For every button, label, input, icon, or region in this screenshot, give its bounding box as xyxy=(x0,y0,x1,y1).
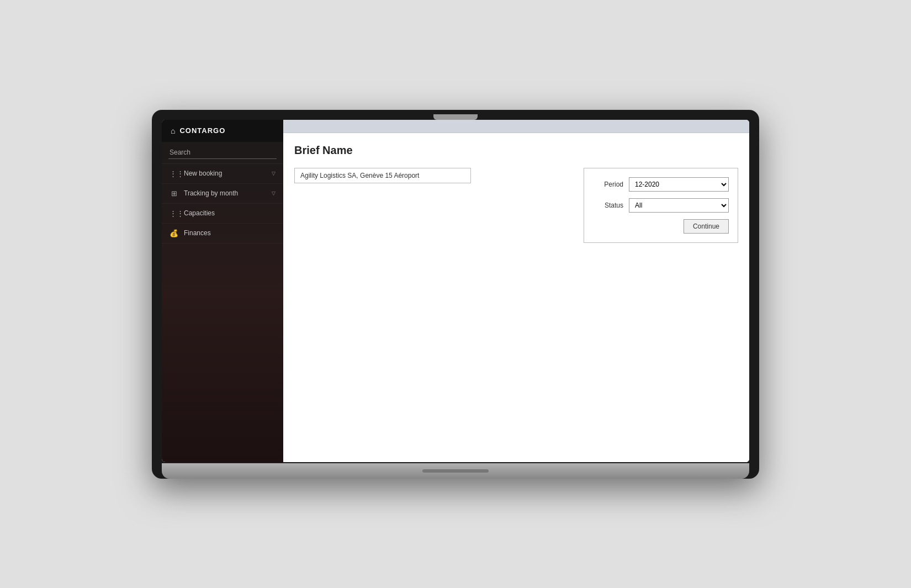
sidebar-item-label-tracking: Tracking by month xyxy=(184,189,238,197)
new-booking-arrow-icon: ▽ xyxy=(272,171,276,176)
period-label: Period xyxy=(593,181,623,188)
sidebar-item-finances[interactable]: 💰 Finances xyxy=(162,224,283,243)
tracking-arrow-icon: ▽ xyxy=(272,190,276,196)
page-title: Brief Name xyxy=(294,144,738,157)
content-header-bar xyxy=(283,120,749,133)
home-icon: ⌂ xyxy=(171,126,175,135)
search-container xyxy=(162,142,283,164)
new-booking-icon: ⋮⋮ xyxy=(170,169,178,178)
sidebar-item-label-finances: Finances xyxy=(184,229,211,237)
status-label: Status xyxy=(593,202,623,209)
sidebar-header: ⌂ CONTARGO xyxy=(162,120,283,142)
finances-icon: 💰 xyxy=(170,229,178,237)
tracking-icon: ⊞ xyxy=(170,189,178,198)
sidebar-item-new-booking[interactable]: ⋮⋮ New booking ▽ xyxy=(162,164,283,184)
period-row: Period 12-202011-202010-202001-2021 xyxy=(593,177,729,192)
form-row: Period 12-202011-202010-202001-2021 Stat… xyxy=(294,168,738,243)
laptop-hinge xyxy=(422,469,489,473)
filter-panel: Period 12-202011-202010-202001-2021 Stat… xyxy=(584,168,738,243)
status-select[interactable]: AllActiveInactivePending xyxy=(629,198,729,213)
continue-btn-container: Continue xyxy=(593,219,729,234)
sidebar-item-tracking-by-month[interactable]: ⊞ Tracking by month ▽ xyxy=(162,184,283,204)
content-body: Brief Name Period 12-202011-202010-20200… xyxy=(283,133,749,462)
sidebar-item-label-new-booking: New booking xyxy=(184,169,222,177)
main-content: Brief Name Period 12-202011-202010-20200… xyxy=(283,120,749,462)
search-input[interactable] xyxy=(168,146,277,159)
continue-button[interactable]: Continue xyxy=(684,219,729,234)
sidebar-item-capacities[interactable]: ⋮⋮ Capacities xyxy=(162,204,283,224)
brief-input-container xyxy=(294,168,573,183)
status-row: Status AllActiveInactivePending xyxy=(593,198,729,213)
period-select[interactable]: 12-202011-202010-202001-2021 xyxy=(629,177,729,192)
capacities-icon: ⋮⋮ xyxy=(170,209,178,218)
brief-name-input[interactable] xyxy=(294,168,471,183)
brand-name: CONTARGO xyxy=(179,126,225,135)
sidebar-item-label-capacities: Capacities xyxy=(184,209,215,217)
sidebar: ⌂ CONTARGO ⋮⋮ New booking ▽ ⊞ xyxy=(162,120,283,462)
